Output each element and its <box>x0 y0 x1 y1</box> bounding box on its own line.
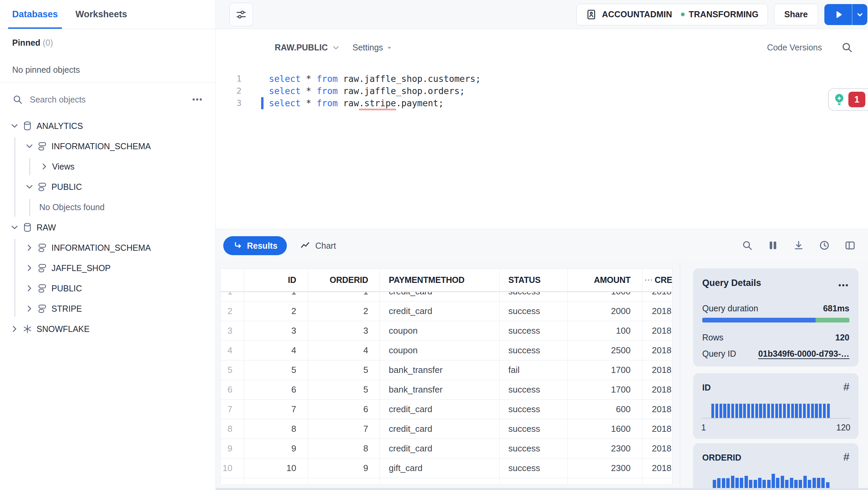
schema-icon <box>37 182 47 192</box>
history-icon[interactable] <box>819 240 830 251</box>
table-cell: 2 <box>244 302 308 321</box>
table-row[interactable]: 555bank_transferfail17002018 <box>221 360 672 380</box>
column-header-id[interactable]: ID <box>244 269 308 291</box>
object-browser-sidebar: Databases Worksheets Pinned (0) No pinne… <box>0 0 216 490</box>
table-cell: fail <box>500 360 568 380</box>
tree-item-raw[interactable]: RAW <box>0 217 215 238</box>
layout-panel-icon[interactable] <box>844 240 856 251</box>
orderid-histogram[interactable] <box>713 474 829 488</box>
table-row[interactable]: 998credit_cardsuccess23002018 <box>221 439 672 459</box>
tree-item-public[interactable]: PUBLIC <box>0 177 215 197</box>
chevron-right-icon[interactable] <box>24 263 35 273</box>
histogram-bar <box>811 404 814 418</box>
run-options-button[interactable] <box>852 4 867 25</box>
share-button[interactable]: Share <box>774 4 818 25</box>
more-options-icon[interactable] <box>191 93 203 106</box>
download-icon[interactable] <box>793 240 804 251</box>
table-cell: 7 <box>308 419 380 439</box>
column-header-orderid[interactable]: ORDERID <box>308 269 380 291</box>
database-icon <box>22 222 32 232</box>
context-role-warehouse-button[interactable]: ACCOUNTADMIN TRANSFORMING <box>576 4 768 25</box>
column-header-status[interactable]: STATUS <box>500 269 568 291</box>
table-row[interactable]: 887credit_cardsuccess16002018 <box>221 419 672 439</box>
tab-results[interactable]: Results <box>223 236 287 255</box>
chevron-right-icon[interactable] <box>24 304 35 314</box>
branch-arrow-icon <box>233 241 243 251</box>
table-cell: 5 <box>308 380 380 399</box>
object-search[interactable]: Search objects <box>0 89 215 110</box>
rows-value: 120 <box>835 333 849 342</box>
histogram-bar <box>781 476 784 488</box>
tree-item-public[interactable]: PUBLIC <box>0 278 215 298</box>
sql-editor[interactable]: 123 select * from raw.jaffle_shop.custom… <box>216 66 868 229</box>
histogram-bar <box>795 404 798 418</box>
table-cell: 10 <box>244 459 308 478</box>
tree-item-views[interactable]: Views <box>0 156 215 177</box>
histogram-bar <box>823 404 826 418</box>
histogram-bar <box>771 404 774 418</box>
column-stats-card-orderid[interactable]: ORDERID # <box>693 443 859 490</box>
histogram-bar <box>758 478 761 488</box>
histogram-bar <box>815 404 818 418</box>
query-details-menu-icon[interactable] <box>837 279 849 291</box>
chevron-down-icon <box>331 43 341 52</box>
results-table[interactable]: IDORDERIDPAYMENTMETHODSTATUSAMOUNT⋯CREAT… <box>220 268 672 484</box>
table-row[interactable]: 665bank_transfersuccess17002018 <box>221 380 672 400</box>
tree-item-analytics[interactable]: ANALYTICS <box>0 116 215 136</box>
code-versions-button[interactable]: Code Versions <box>767 29 822 66</box>
code-line-2[interactable]: select * from raw.jaffle_shop.orders; <box>269 85 481 97</box>
table-row[interactable]: 222credit_cardsuccess20002018 <box>221 302 672 321</box>
play-icon <box>833 9 843 20</box>
table-cell: 8 <box>308 439 380 458</box>
search-results-icon[interactable] <box>741 240 753 251</box>
histogram-bar <box>735 404 738 418</box>
tab-databases[interactable]: Databases <box>12 0 58 29</box>
columns-icon[interactable] <box>767 240 779 251</box>
column-header-created[interactable]: ⋯CREATED <box>642 269 672 291</box>
settings-dropdown[interactable]: Settings <box>352 29 393 66</box>
chevron-right-icon[interactable] <box>9 324 20 334</box>
run-button[interactable] <box>824 4 852 25</box>
histogram-bar <box>813 478 816 488</box>
query-id-link[interactable]: 01b349f6-0000-d793-… <box>758 349 849 359</box>
column-stats-card-id[interactable]: ID # 1 120 <box>693 373 859 439</box>
code-line-1[interactable]: select * from raw.jaffle_shop.customers; <box>269 73 481 85</box>
chevron-down-icon[interactable] <box>24 141 35 151</box>
chevron-down-icon[interactable] <box>24 182 35 192</box>
worksheet-settings-button[interactable] <box>229 3 253 26</box>
table-row[interactable]: 10109gift_cardsuccess23002018 <box>221 459 672 478</box>
tree-item-information-schema[interactable]: INFORMATION_SCHEMA <box>0 136 215 156</box>
chevron-down-icon[interactable] <box>9 222 20 232</box>
table-row[interactable]: 11 <box>221 478 672 484</box>
table-body: 111credit_cardsuccess10002018222credit_c… <box>221 282 672 484</box>
table-cell: success <box>500 380 568 399</box>
tab-chart[interactable]: Chart <box>300 236 336 255</box>
tab-worksheets[interactable]: Worksheets <box>75 0 127 29</box>
editor-search-icon[interactable] <box>841 41 853 53</box>
hidden-columns-indicator[interactable]: ⋯ <box>642 275 655 285</box>
copilot-suggestion-pill[interactable]: 1 <box>828 88 868 111</box>
column-header-amount[interactable]: AMOUNT <box>568 269 642 291</box>
column-header-paymentmethod[interactable]: PAYMENTMETHOD <box>380 269 499 291</box>
chevron-right-icon[interactable] <box>24 243 35 253</box>
tree-item-snowflake[interactable]: SNOWFLAKE <box>0 319 215 339</box>
code-line-3[interactable]: select * from raw.stripe.payment; <box>269 97 481 109</box>
chevron-right-icon[interactable] <box>39 161 49 172</box>
tree-item-information-schema[interactable]: INFORMATION_SCHEMA <box>0 238 215 258</box>
tree-item-stripe[interactable]: STRIPE <box>0 298 215 319</box>
column-header-rownum <box>221 269 244 291</box>
table-row[interactable]: 444couponsuccess25002018 <box>221 341 672 360</box>
table-row[interactable]: 333couponsuccess1002018 <box>221 321 672 341</box>
table-cell: 2018 <box>642 439 672 458</box>
table-cell: 4 <box>308 341 380 360</box>
id-histogram[interactable] <box>711 404 830 418</box>
chevron-down-icon[interactable] <box>9 121 20 131</box>
chevron-right-icon[interactable] <box>24 283 35 293</box>
column-header-label: CREATED <box>655 275 672 285</box>
table-cell: 2300 <box>568 459 642 478</box>
database-schema-selector[interactable]: RAW.PUBLIC <box>275 29 341 66</box>
table-row[interactable]: 776credit_cardsuccess6002018 <box>221 400 672 419</box>
horizontal-scrollbar[interactable] <box>216 488 868 490</box>
histogram-bar <box>819 404 822 418</box>
tree-item-jaffle-shop[interactable]: JAFFLE_SHOP <box>0 258 215 278</box>
